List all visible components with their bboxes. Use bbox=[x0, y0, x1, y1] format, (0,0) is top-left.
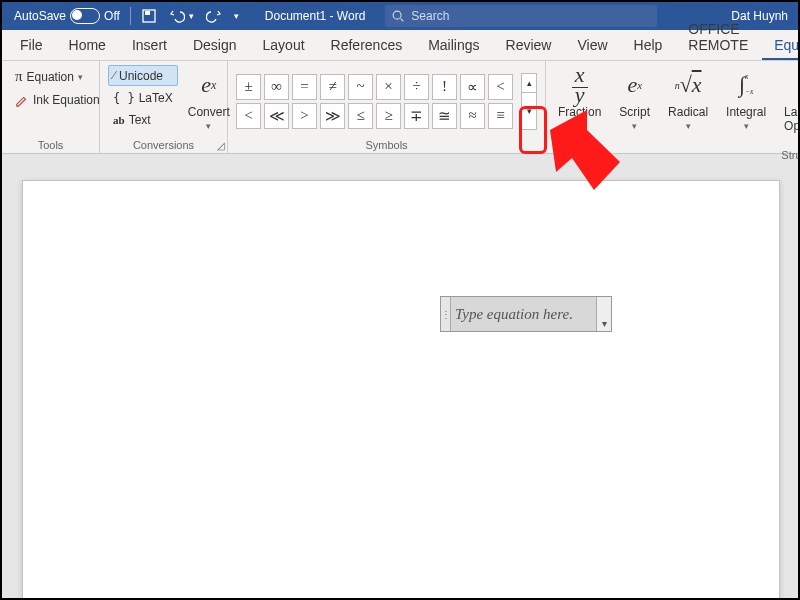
symbol-button[interactable]: ∞ bbox=[264, 74, 289, 100]
convert-label: Convert bbox=[188, 105, 230, 119]
tab-equation[interactable]: Equation bbox=[762, 31, 800, 60]
ribbon: π Equation ▾ Ink Equation Tools ∕ bbox=[2, 61, 798, 154]
integral-icon: ∫x−x bbox=[739, 67, 753, 103]
qat-customize-button[interactable]: ▾ bbox=[228, 11, 245, 21]
ink-equation-label: Ink Equation bbox=[33, 93, 100, 107]
convert-button[interactable]: ex Convert ▾ bbox=[184, 65, 234, 133]
symbol-button[interactable]: ≤ bbox=[348, 103, 373, 129]
equation-move-handle[interactable] bbox=[441, 297, 451, 331]
autosave-state: Off bbox=[104, 9, 120, 23]
search-box[interactable]: Search bbox=[385, 5, 657, 27]
autosave-control[interactable]: AutoSave Off bbox=[8, 8, 126, 24]
group-conversions-label: Conversions bbox=[108, 137, 219, 151]
unicode-label: Unicode bbox=[119, 69, 163, 83]
integral-button[interactable]: ∫x−xIntegral▾ bbox=[722, 65, 770, 133]
undo-icon bbox=[169, 8, 185, 24]
group-structures: xyFraction▾exScript▾n√xRadical▾∫x−xInteg… bbox=[546, 61, 800, 153]
symbol-button[interactable]: ! bbox=[432, 74, 457, 100]
symbol-button[interactable]: < bbox=[488, 74, 513, 100]
group-conversions: ∕ Unicode { } LaTeX ab Text ex Convert bbox=[100, 61, 228, 153]
symbol-button[interactable]: ∓ bbox=[404, 103, 429, 129]
redo-icon bbox=[206, 8, 222, 24]
svg-line-3 bbox=[401, 19, 404, 22]
autosave-toggle-icon[interactable] bbox=[70, 8, 100, 24]
symbol-gallery: ±∞=≠~×÷!∝<<≪>≫≤≥∓≅≈≡ bbox=[236, 74, 513, 129]
radical-button[interactable]: n√xRadical▾ bbox=[664, 65, 712, 133]
radical-label: Radical bbox=[668, 105, 708, 119]
symbol-button[interactable]: > bbox=[292, 103, 317, 129]
symbol-button[interactable]: = bbox=[292, 74, 317, 100]
ribbon-tabs: File Home Insert Design Layout Reference… bbox=[2, 30, 798, 61]
group-structures-label: Structures bbox=[554, 147, 800, 161]
equation-options-dropdown[interactable] bbox=[596, 297, 611, 331]
convert-icon: ex bbox=[201, 67, 216, 103]
symbol-button[interactable]: ≡ bbox=[488, 103, 513, 129]
tab-review[interactable]: Review bbox=[494, 31, 564, 60]
large-operator-button[interactable]: nΣi=0Large Operator▾ bbox=[780, 65, 800, 147]
svg-point-2 bbox=[394, 11, 402, 19]
document-area bbox=[2, 170, 798, 598]
symbol-button[interactable]: ∝ bbox=[460, 74, 485, 100]
tab-help[interactable]: Help bbox=[622, 31, 675, 60]
qat-redo-button[interactable] bbox=[200, 8, 228, 24]
large-operator-label: Large Operator bbox=[784, 105, 800, 133]
symbol-button[interactable]: ÷ bbox=[404, 74, 429, 100]
tab-home[interactable]: Home bbox=[57, 31, 118, 60]
symbol-button[interactable]: ≪ bbox=[264, 103, 289, 129]
group-symbols-label: Symbols bbox=[236, 137, 537, 151]
tab-design[interactable]: Design bbox=[181, 31, 249, 60]
qat-save-button[interactable] bbox=[135, 8, 163, 24]
svg-rect-1 bbox=[145, 11, 150, 15]
symbol-button[interactable]: ~ bbox=[348, 74, 373, 100]
qat-undo-button[interactable]: ▾ bbox=[163, 8, 200, 24]
unicode-button[interactable]: ∕ Unicode bbox=[108, 65, 178, 86]
tab-references[interactable]: References bbox=[319, 31, 415, 60]
tab-file[interactable]: File bbox=[8, 31, 55, 60]
document-title: Document1 - Word bbox=[265, 9, 365, 23]
fraction-label: Fraction bbox=[558, 105, 601, 119]
symbol-scroll-up[interactable]: ▴ bbox=[521, 73, 537, 93]
integral-label: Integral bbox=[726, 105, 766, 119]
symbol-button[interactable]: ± bbox=[236, 74, 261, 100]
symbol-gallery-expand[interactable]: ▾ bbox=[521, 93, 537, 130]
ink-icon bbox=[15, 93, 29, 107]
equation-button[interactable]: π Equation ▾ bbox=[10, 65, 105, 88]
symbol-button[interactable]: ≠ bbox=[320, 74, 345, 100]
symbol-button[interactable]: < bbox=[236, 103, 261, 129]
search-placeholder: Search bbox=[411, 9, 449, 23]
tab-insert[interactable]: Insert bbox=[120, 31, 179, 60]
fraction-button[interactable]: xyFraction▾ bbox=[554, 65, 605, 133]
page[interactable] bbox=[22, 180, 780, 598]
text-button[interactable]: ab Text bbox=[108, 110, 178, 130]
text-label: Text bbox=[129, 113, 151, 127]
script-button[interactable]: exScript▾ bbox=[615, 65, 654, 133]
tab-office-remote[interactable]: OFFICE REMOTE bbox=[676, 15, 760, 60]
equation-label: Equation bbox=[27, 70, 74, 84]
latex-label: LaTeX bbox=[139, 91, 173, 105]
tab-layout[interactable]: Layout bbox=[251, 31, 317, 60]
script-icon: ex bbox=[627, 67, 642, 103]
save-icon bbox=[141, 8, 157, 24]
script-label: Script bbox=[619, 105, 650, 119]
pi-icon: π bbox=[15, 68, 23, 85]
symbol-button[interactable]: ≥ bbox=[376, 103, 401, 129]
group-tools: π Equation ▾ Ink Equation Tools bbox=[2, 61, 100, 153]
latex-button[interactable]: { } LaTeX bbox=[108, 88, 178, 108]
symbol-button[interactable]: × bbox=[376, 74, 401, 100]
symbol-button[interactable]: ≫ bbox=[320, 103, 345, 129]
ink-equation-button[interactable]: Ink Equation bbox=[10, 90, 105, 110]
conversions-dialog-launcher[interactable]: ◿ bbox=[217, 140, 225, 151]
tab-view[interactable]: View bbox=[565, 31, 619, 60]
symbol-button[interactable]: ≈ bbox=[460, 103, 485, 129]
tab-mailings[interactable]: Mailings bbox=[416, 31, 491, 60]
symbol-gallery-scroll: ▴ ▾ bbox=[521, 73, 537, 130]
autosave-label: AutoSave bbox=[14, 9, 66, 23]
equation-box[interactable]: Type equation here. bbox=[440, 296, 612, 332]
group-tools-label: Tools bbox=[10, 137, 91, 151]
equation-placeholder[interactable]: Type equation here. bbox=[451, 306, 596, 323]
symbol-button[interactable]: ≅ bbox=[432, 103, 457, 129]
radical-icon: n√x bbox=[675, 67, 702, 103]
group-symbols: ±∞=≠~×÷!∝<<≪>≫≤≥∓≅≈≡ ▴ ▾ Symbols bbox=[228, 61, 546, 153]
fraction-icon: xy bbox=[572, 67, 588, 103]
search-icon bbox=[391, 9, 405, 23]
